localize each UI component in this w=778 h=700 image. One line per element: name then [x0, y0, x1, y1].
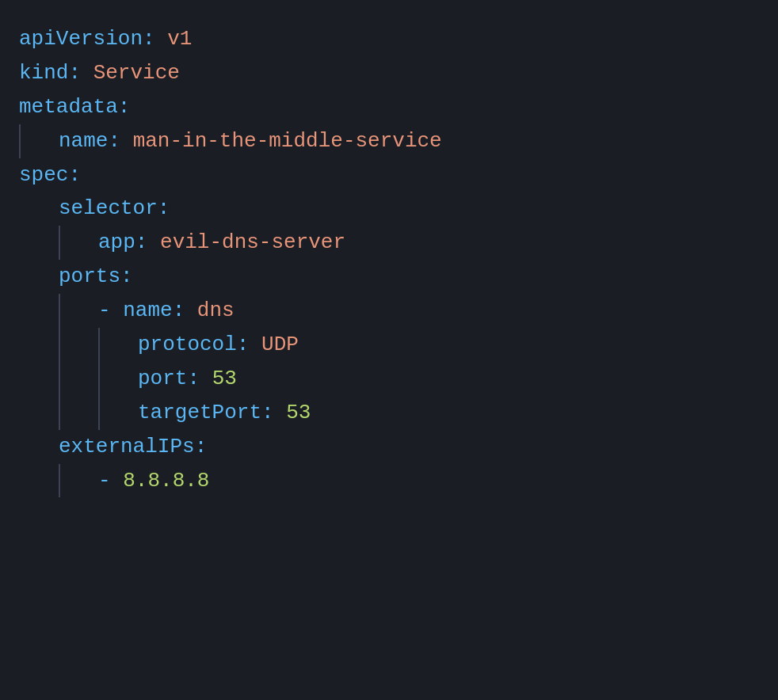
key-port-name: name [123, 294, 172, 328]
line-externalips: externalIPs: [19, 430, 759, 464]
line-ports: ports: [19, 260, 759, 294]
value-targetport: 53 [274, 396, 311, 430]
dash-externalips: - [98, 464, 123, 498]
key-ports: ports [59, 260, 120, 294]
vbar-ports [59, 294, 60, 328]
value-protocol: UDP [249, 328, 298, 362]
code-editor: apiVersion: v1 kind: Service metadata: n… [0, 0, 778, 700]
vbar-externalips [59, 464, 60, 498]
line-apiversion: apiVersion: v1 [19, 22, 759, 56]
vbar-ports-item [98, 328, 100, 362]
value-name: man-in-the-middle-service [120, 124, 442, 158]
value-externalip: 8.8.8.8 [123, 464, 209, 498]
value-port: 53 [200, 362, 237, 396]
key-app: app [98, 226, 135, 260]
key-selector: selector [59, 192, 158, 226]
line-protocol: protocol: UDP [19, 328, 759, 362]
key-spec: spec [19, 158, 68, 192]
line-targetport: targetPort: 53 [19, 396, 759, 430]
line-port-name: - name: dns [19, 294, 759, 328]
value-port-name: dns [185, 294, 234, 328]
line-app: app: evil-dns-server [19, 226, 759, 260]
vbar-ports-2 [59, 328, 60, 362]
vbar-metadata [19, 124, 21, 158]
key-name: name [59, 124, 108, 158]
line-metadata: metadata: [19, 90, 759, 124]
line-name: name: man-in-the-middle-service [19, 124, 759, 158]
line-spec: spec: [19, 158, 759, 192]
value-kind: Service [81, 56, 180, 90]
value-apiversion: v1 [155, 22, 193, 56]
vbar-selector [59, 226, 60, 260]
key-kind: kind [19, 56, 68, 90]
value-app: evil-dns-server [147, 226, 345, 260]
vbar-ports-item-3 [98, 396, 100, 430]
line-port: port: 53 [19, 362, 759, 396]
line-kind: kind: Service [19, 56, 759, 90]
vbar-ports-4 [59, 396, 60, 430]
key-externalips: externalIPs [59, 430, 195, 464]
vbar-ports-item-2 [98, 362, 100, 396]
key-metadata: metadata [19, 90, 118, 124]
dash-ports: - [98, 294, 123, 328]
line-externalip-value: - 8.8.8.8 [19, 464, 759, 498]
vbar-ports-3 [59, 362, 60, 396]
key-apiversion: apiVersion [19, 22, 143, 56]
line-selector: selector: [19, 192, 759, 226]
key-port: port [138, 362, 187, 396]
key-protocol: protocol [138, 328, 237, 362]
key-targetport: targetPort [138, 396, 261, 430]
